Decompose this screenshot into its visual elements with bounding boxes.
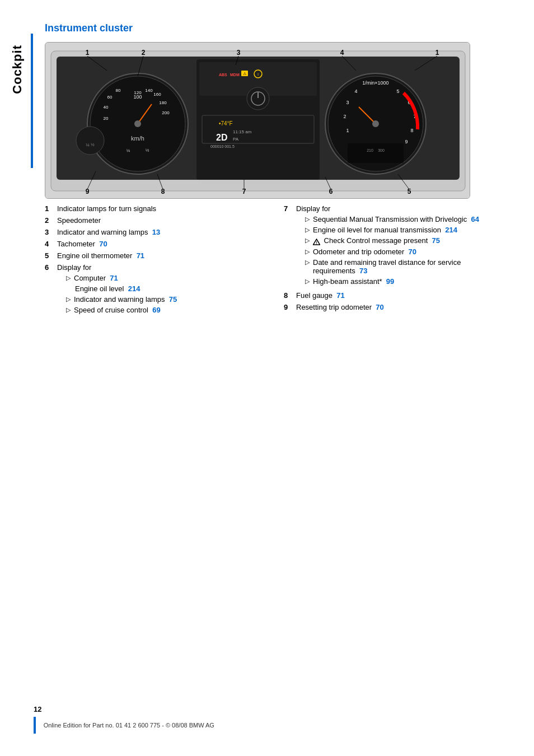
sub-text-7-1: Sequential Manual Transmission with Driv… (313, 215, 500, 223)
svg-text:120: 120 (134, 90, 142, 95)
ref-6-4: 69 (152, 306, 160, 314)
instrument-cluster-image: 100 120 140 160 180 200 80 60 40 20 km/h… (45, 42, 470, 199)
sub-list-item-7-1: ▷ Sequential Manual Transmission with Dr… (296, 215, 500, 223)
list-item-8: 8 Fuel gauge 71 (284, 291, 500, 300)
svg-text:5: 5 (407, 188, 411, 195)
sub-list-item-6-2: Engine oil level 214 (57, 284, 261, 293)
svg-text:⚠: ⚠ (243, 72, 246, 76)
ref-6-1: 71 (110, 274, 118, 282)
section-title: Instrument cluster (45, 22, 133, 34)
sub-list-6: ▷ Computer 71 Engine oil level 214 ▷ Ind… (57, 274, 261, 314)
ref-9: 70 (376, 303, 383, 311)
ref-5: 71 (137, 251, 144, 260)
list-number-7: 7 (284, 204, 296, 213)
footer-area: 12 Online Edition for Part no. 01 41 2 6… (34, 705, 500, 734)
arrow-icon-7-5: ▷ (305, 259, 310, 266)
sub-list-item-7-6: ▷ High-beam assistant* 99 (296, 277, 500, 286)
list-text-6: Display for ▷ Computer 71 Engine oil lev… (57, 263, 261, 316)
content-area: 1 Indicator lamps for turn signals 2 Spe… (45, 204, 500, 320)
warning-triangle-icon: ! (313, 239, 320, 245)
ref-6-2: 214 (128, 284, 140, 293)
svg-text:11:15 am: 11:15 am (233, 129, 252, 134)
svg-text:40: 40 (104, 105, 109, 110)
svg-text:MDM: MDM (230, 73, 240, 77)
svg-text:6: 6 (329, 188, 333, 195)
arrow-icon-6-1: ▷ (66, 274, 71, 282)
page-number: 12 (34, 705, 500, 713)
svg-text:140: 140 (145, 88, 153, 93)
svg-text:•74°F: •74°F (219, 120, 233, 127)
blue-sidebar-bar (31, 34, 33, 168)
svg-text:160: 160 (153, 92, 161, 97)
sub-text-7-3: ! Check Control message present 75 (313, 236, 500, 245)
svg-text:1: 1 (435, 49, 439, 57)
sub-text-6-3: Indicator and warning lamps 75 (74, 295, 261, 304)
sub-text-7-6: High-beam assistant* 99 (313, 277, 500, 286)
sub-text-7-5: Date and remaining travel distance for s… (313, 258, 500, 275)
svg-text:200: 200 (162, 110, 170, 115)
list-item-7: 7 Display for ▷ Sequential Manual Transm… (284, 204, 500, 288)
footer-text: Online Edition for Part no. 01 41 2 600 … (44, 722, 214, 729)
list-number-1: 1 (45, 204, 57, 213)
list-text-2: Speedometer (57, 216, 261, 225)
cluster-svg: 100 120 140 160 180 200 80 60 40 20 km/h… (45, 43, 470, 199)
list-number-9: 9 (284, 303, 296, 311)
list-text-5: Engine oil thermometer 71 (57, 251, 261, 260)
svg-text:80: 80 (116, 88, 121, 93)
list-item-6: 6 Display for ▷ Computer 71 Engine oil l… (45, 263, 261, 316)
list-number-6: 6 (45, 263, 57, 272)
sub-list-item-7-2: ▷ Engine oil level for manual transmissi… (296, 226, 500, 234)
sub-text-6-1: Computer 71 (74, 274, 261, 282)
ref-7-3: 75 (432, 236, 440, 245)
list-item-5: 5 Engine oil thermometer 71 (45, 251, 261, 260)
svg-text:8: 8 (410, 128, 413, 133)
svg-point-54 (76, 127, 104, 155)
list-number-5: 5 (45, 251, 57, 260)
svg-text:000010 001.5: 000010 001.5 (210, 144, 235, 148)
left-column: 1 Indicator lamps for turn signals 2 Spe… (45, 204, 261, 320)
sub-list-item-7-4: ▷ Odometer and trip odometer 70 (296, 248, 500, 256)
sub-list-item-7-5: ▷ Date and remaining travel distance for… (296, 258, 500, 275)
arrow-icon-6-3: ▷ (66, 296, 71, 303)
svg-text:3: 3 (346, 100, 349, 105)
svg-text:4: 4 (340, 49, 344, 57)
svg-point-28 (247, 87, 269, 110)
list-number-2: 2 (45, 216, 57, 225)
list-item-2: 2 Speedometer (45, 216, 261, 225)
sub-list-7: ▷ Sequential Manual Transmission with Dr… (296, 215, 500, 286)
ref-3: 13 (152, 228, 160, 236)
ref-7-2: 214 (445, 226, 457, 234)
svg-text:1: 1 (346, 128, 349, 133)
arrow-icon-6-4: ▷ (66, 306, 71, 314)
list-text-1: Indicator lamps for turn signals (57, 204, 261, 213)
ref-6-3: 75 (169, 295, 177, 304)
svg-text:2: 2 (343, 114, 346, 119)
ref-7-6: 99 (386, 277, 394, 286)
svg-text:210: 210 (367, 148, 373, 152)
svg-text:2D: 2D (216, 133, 227, 142)
list-text-4: Tachometer 70 (57, 240, 261, 248)
ref-7-1: 64 (471, 215, 479, 223)
svg-text:1: 1 (86, 49, 90, 57)
arrow-icon-7-1: ▷ (305, 216, 310, 223)
list-text-8: Fuel gauge 71 (296, 291, 500, 300)
svg-text:¼ ½: ¼ ½ (86, 142, 95, 147)
svg-text:60: 60 (107, 95, 113, 100)
svg-point-16 (134, 120, 141, 127)
sub-list-item-6-3: ▷ Indicator and warning lamps 75 (57, 295, 261, 304)
list-text-3: Indicator and warning lamps 13 (57, 228, 261, 236)
arrow-icon-7-3: ▷ (305, 237, 310, 244)
footer-divider (34, 717, 36, 734)
sub-text-6-4: Speed of cruise control 69 (74, 306, 261, 314)
svg-text:1/min×1000: 1/min×1000 (362, 80, 388, 86)
list-item-3: 3 Indicator and warning lamps 13 (45, 228, 261, 236)
svg-text:300: 300 (378, 148, 385, 152)
svg-text:20: 20 (104, 116, 109, 121)
svg-text:5: 5 (396, 88, 399, 94)
list-number-8: 8 (284, 291, 296, 300)
svg-text:180: 180 (159, 100, 167, 105)
svg-rect-51 (348, 143, 404, 163)
list-text-9: Resetting trip odometer 70 (296, 303, 500, 311)
list-text-7: Display for ▷ Sequential Manual Transmis… (296, 204, 500, 288)
sub-list-item-7-3: ▷ ! Check Control message present 75 (296, 236, 500, 245)
